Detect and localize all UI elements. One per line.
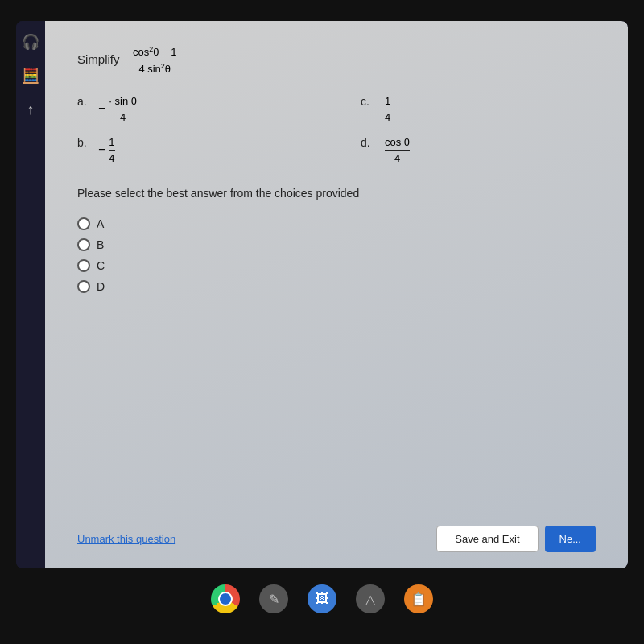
choice-d-label: d. — [361, 136, 377, 149]
radio-c[interactable]: C — [77, 259, 596, 272]
radio-circle-c — [77, 259, 90, 272]
save-exit-button[interactable]: Save and Exit — [436, 526, 538, 552]
question-section: Simplify cos2θ − 1 4 sin2θ a. − · sin θ — [77, 45, 596, 514]
calculator-icon[interactable]: 🧮 — [19, 64, 42, 87]
radio-label-b: B — [97, 238, 104, 251]
pencil-icon[interactable]: ✎ — [259, 584, 288, 613]
choice-b-label: b. — [77, 136, 93, 149]
choice-a-math: − · sin θ 4 — [98, 95, 140, 123]
radio-circle-d — [77, 280, 90, 293]
chrome-icon[interactable] — [211, 584, 240, 613]
choice-d-math: cos θ 4 — [382, 136, 413, 164]
choice-a-fraction: · sin θ 4 — [109, 95, 137, 123]
radio-circle-a — [77, 217, 90, 230]
instruction-text: Please select the best answer from the c… — [77, 187, 596, 200]
radio-label-c: C — [97, 259, 105, 272]
main-content: Simplify cos2θ − 1 4 sin2θ a. − · sin θ — [45, 21, 628, 568]
next-button[interactable]: Ne... — [545, 526, 596, 552]
choice-a: a. − · sin θ 4 — [77, 95, 312, 123]
arrow-up-icon[interactable]: ↑ — [19, 98, 42, 121]
bottom-bar: Unmark this question Save and Exit Ne... — [77, 514, 596, 552]
radio-label-a: A — [97, 217, 104, 230]
choice-a-label: a. — [77, 95, 93, 108]
expression-denominator: 4 sin2θ — [138, 60, 171, 75]
choice-c-fraction: 1 4 — [385, 95, 390, 123]
radio-d[interactable]: D — [77, 280, 596, 293]
unmark-link[interactable]: Unmark this question — [77, 533, 175, 545]
main-fraction: cos2θ − 1 4 sin2θ — [133, 45, 177, 76]
choice-b: b. − 1 4 — [77, 136, 312, 164]
choice-d-fraction: cos θ 4 — [385, 136, 410, 164]
fraction-expression: cos2θ − 1 4 sin2θ — [130, 52, 180, 66]
files-icon[interactable]: 📋 — [404, 584, 433, 613]
choice-c: c. 1 4 — [361, 95, 596, 123]
choice-b-math: − 1 4 — [98, 136, 118, 164]
sidebar: 🎧 🧮 ↑ — [16, 21, 45, 568]
radio-a[interactable]: A — [77, 217, 596, 230]
radio-b[interactable]: B — [77, 238, 596, 251]
choices-grid: a. − · sin θ 4 c. 1 4 — [77, 95, 596, 164]
radio-circle-b — [77, 238, 90, 251]
radio-label-d: D — [97, 280, 105, 293]
expression-numerator: cos2θ − 1 — [133, 45, 177, 60]
choice-c-math: 1 4 — [382, 95, 394, 123]
choice-c-label: c. — [361, 95, 377, 108]
folder-icon[interactable]: 🖼 — [308, 584, 336, 613]
drive-icon[interactable]: △ — [356, 584, 385, 613]
taskbar: ✎ 🖼 △ 📋 — [0, 575, 644, 623]
buttons-group: Save and Exit Ne... — [436, 526, 596, 552]
choice-d: d. cos θ 4 — [361, 136, 596, 164]
choice-b-fraction: 1 4 — [109, 136, 114, 164]
headphones-icon[interactable]: 🎧 — [19, 31, 42, 53]
screen-wrapper: 🎧 🧮 ↑ Simplify cos2θ − 1 4 sin2θ a. — [16, 21, 628, 568]
simplify-label: Simplify — [77, 52, 120, 66]
radio-options: A B C D — [77, 217, 596, 293]
question-expression: Simplify cos2θ − 1 4 sin2θ — [77, 45, 596, 76]
